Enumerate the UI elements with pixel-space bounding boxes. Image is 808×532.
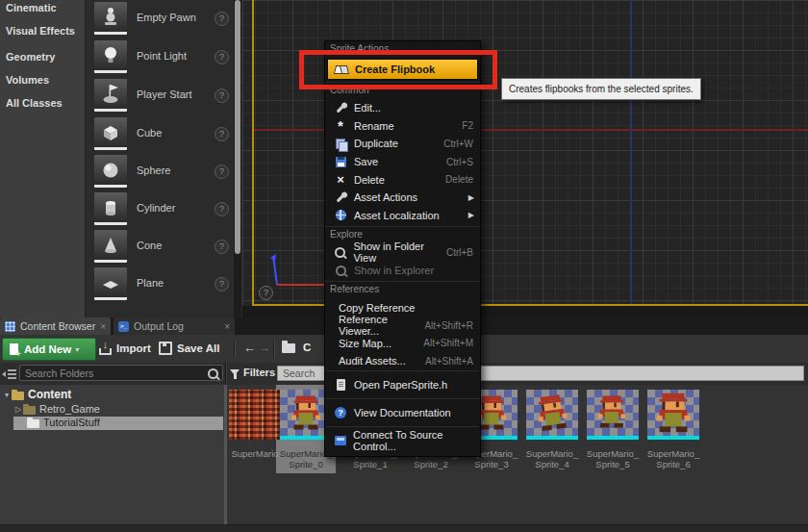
help-circle-icon[interactable]: ? bbox=[215, 165, 229, 179]
mario-sprite-icon bbox=[287, 393, 325, 432]
toolbar-divider bbox=[234, 340, 235, 357]
breadcrumb-path[interactable]: C bbox=[303, 342, 311, 353]
forward-arrow-button[interactable]: → bbox=[258, 341, 270, 355]
menu-item-connect-source-control[interactable]: Connect To Source Control... bbox=[325, 427, 480, 454]
save-floppy-icon bbox=[334, 155, 347, 168]
menu-item-show-in-explorer: Show in Explorer bbox=[325, 262, 480, 280]
filters-button[interactable]: Filters ▾ bbox=[230, 367, 283, 378]
tree-item-tutorialstuff[interactable]: TutorialStuff bbox=[27, 417, 100, 428]
menu-item-duplicate[interactable]: Duplicate Ctrl+W bbox=[325, 135, 480, 153]
menu-item-save[interactable]: Save Ctrl+S bbox=[325, 153, 480, 171]
toolbar-divider bbox=[273, 340, 274, 357]
question-circle-icon: ? bbox=[334, 406, 347, 419]
wrench-icon bbox=[334, 190, 347, 204]
content-browser-icon bbox=[5, 321, 15, 332]
menu-item-edit[interactable]: Edit... bbox=[325, 99, 480, 117]
point-light-icon bbox=[94, 40, 127, 73]
submenu-arrow-icon: ▶ bbox=[468, 211, 480, 219]
tab-content-browser[interactable]: Content Browser × bbox=[0, 317, 111, 335]
category-cinematic[interactable]: Cinematic bbox=[6, 2, 83, 15]
place-actor-cylinder[interactable]: Cylinder ? bbox=[94, 192, 231, 229]
tree-item-content[interactable]: ▾ Content bbox=[2, 388, 71, 401]
close-tab-icon[interactable]: × bbox=[224, 321, 230, 332]
category-geometry[interactable]: Geometry bbox=[6, 51, 83, 64]
chevron-collapsed-icon[interactable]: ▷ bbox=[13, 405, 23, 414]
menu-item-audit-assets[interactable]: Audit Assets... Alt+Shift+A bbox=[325, 352, 480, 370]
menu-item-delete[interactable]: × Delete Delete bbox=[325, 170, 480, 189]
asset-supermario-sprite-5[interactable]: SuperMario_Sprite_5 bbox=[587, 390, 639, 440]
menu-item-asset-actions[interactable]: Asset Actions ▶ bbox=[325, 189, 480, 207]
mario-sprite-icon bbox=[593, 393, 630, 430]
tree-item-retro-game[interactable]: ▷ Retro_Game bbox=[13, 403, 100, 415]
place-actor-cube[interactable]: Cube ? bbox=[94, 117, 231, 154]
annotation-rectangle bbox=[299, 50, 497, 89]
plane-icon bbox=[94, 267, 127, 300]
place-actor-cone[interactable]: Cone ? bbox=[94, 230, 231, 266]
mario-sprite-icon bbox=[530, 391, 573, 434]
asset-supermario-sprite-4[interactable]: SuperMario_Sprite_4 bbox=[526, 390, 578, 440]
menu-item-view-documentation[interactable]: ? View Documentation bbox=[325, 399, 480, 426]
import-button[interactable]: ↓ Import bbox=[99, 338, 151, 359]
search-folders-input[interactable] bbox=[19, 365, 223, 381]
sources-panel-toggle-icon[interactable] bbox=[2, 368, 16, 380]
new-asset-icon bbox=[10, 343, 18, 355]
place-actor-sphere[interactable]: Sphere ? bbox=[94, 155, 231, 191]
viewport-help-icon[interactable]: ? bbox=[259, 286, 273, 300]
delete-x-icon: × bbox=[334, 173, 347, 187]
add-new-button[interactable]: Add New ▾ bbox=[2, 338, 96, 361]
asset-supermario-sheet[interactable]: SuperMario bbox=[229, 390, 281, 440]
place-actor-empty-pawn[interactable]: Empty Pawn ? bbox=[94, 2, 231, 38]
tooltip: Creates flipbooks from the selected spri… bbox=[501, 78, 701, 100]
sprite-sheet-thumbnail bbox=[229, 390, 281, 440]
chevron-down-icon: ▾ bbox=[75, 345, 79, 354]
sprite-thumbnail bbox=[587, 390, 639, 440]
asset-supermario-sprite-6[interactable]: SuperMario_Sprite_6 bbox=[647, 390, 699, 440]
help-circle-icon[interactable]: ? bbox=[215, 277, 229, 291]
player-start-icon bbox=[94, 79, 127, 112]
sprite-type-color-bar bbox=[647, 436, 699, 440]
category-volumes[interactable]: Volumes bbox=[6, 74, 83, 88]
menu-item-show-in-folder-view[interactable]: Show in Folder View Ctrl+B bbox=[325, 243, 480, 262]
menu-item-size-map[interactable]: Size Map... Alt+Shift+M bbox=[325, 335, 480, 353]
place-actors-panel: Empty Pawn ? Point Light ? Player Start … bbox=[86, 0, 242, 317]
menu-item-reference-viewer[interactable]: Reference Viewer... Alt+Shift+R bbox=[325, 317, 480, 335]
folder-icon bbox=[12, 392, 24, 400]
help-circle-icon[interactable]: ? bbox=[215, 240, 229, 254]
menu-item-asset-localization[interactable]: Asset Localization ▶ bbox=[325, 207, 480, 225]
folder-icon bbox=[27, 419, 39, 428]
help-circle-icon[interactable]: ? bbox=[215, 12, 229, 26]
sprite-thumbnail bbox=[526, 390, 578, 440]
help-circle-icon[interactable]: ? bbox=[215, 127, 229, 141]
help-circle-icon[interactable]: ? bbox=[215, 89, 229, 103]
magnifier-icon bbox=[334, 245, 346, 259]
sprite-thumbnail bbox=[647, 390, 699, 440]
place-actor-point-light[interactable]: Point Light ? bbox=[94, 40, 231, 77]
sprite-type-color-bar bbox=[526, 436, 578, 440]
place-actors-scrollbar-thumb[interactable] bbox=[235, 0, 240, 254]
close-tab-icon[interactable]: × bbox=[100, 321, 106, 332]
viewport-z-grid-axis-line bbox=[630, 0, 632, 306]
back-arrow-button[interactable]: ← bbox=[243, 341, 256, 355]
place-actor-plane[interactable]: Plane ? bbox=[94, 267, 231, 304]
save-all-button[interactable]: Save All bbox=[159, 338, 219, 359]
help-circle-icon[interactable]: ? bbox=[215, 202, 229, 216]
mario-sprite-icon bbox=[651, 391, 695, 435]
help-circle-icon[interactable]: ? bbox=[215, 50, 229, 64]
menu-item-rename[interactable]: * Rename F2 bbox=[325, 117, 480, 136]
tab-output-log[interactable]: >_ Output Log × bbox=[114, 317, 235, 335]
category-visual-effects[interactable]: Visual Effects bbox=[6, 25, 83, 38]
import-icon: ↓ bbox=[99, 342, 112, 355]
source-control-icon bbox=[334, 434, 346, 447]
category-all-classes[interactable]: All Classes bbox=[6, 97, 83, 111]
rename-icon: * bbox=[334, 119, 347, 133]
folder-tree-pane: ▾ Content ▷ Retro_Game TutorialStuff bbox=[0, 385, 224, 524]
menu-item-open-papersprite[interactable]: Open PaperSprite.h bbox=[325, 371, 480, 398]
save-icon bbox=[159, 342, 172, 355]
duplicate-pages-icon bbox=[334, 137, 347, 150]
place-actor-player-start[interactable]: Player Start ? bbox=[94, 79, 231, 115]
divider bbox=[225, 363, 226, 385]
cylinder-icon bbox=[94, 192, 127, 225]
cone-icon bbox=[94, 230, 127, 263]
chevron-expanded-icon[interactable]: ▾ bbox=[2, 391, 12, 399]
submenu-arrow-icon: ▶ bbox=[468, 193, 480, 202]
